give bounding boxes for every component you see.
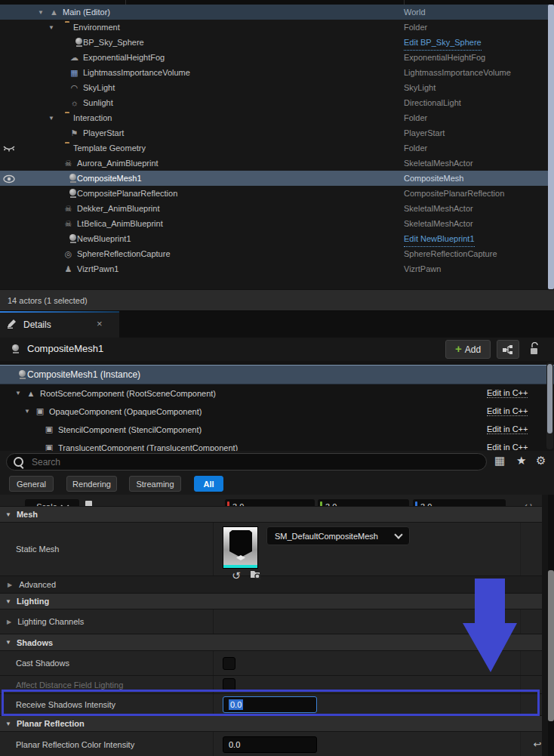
edit-in-cpp-link[interactable]: Edit in C++ [487, 406, 528, 416]
outliner-row-template-geometry[interactable]: Template Geometry Folder [0, 140, 554, 156]
search-input-container[interactable] [6, 453, 487, 471]
component-row-translucent[interactable]: ▣ TranslucentComponent (TranslucentCompo… [0, 439, 554, 451]
receive-shadows-intensity-row: Receive Shadows Intensity 0.0 [0, 694, 554, 716]
chip-label: Rendering [72, 480, 111, 489]
section-title: Lighting [17, 597, 49, 606]
scale-x-field[interactable]: 3.0 [225, 499, 315, 507]
outliner-row-heightfog[interactable]: ☁ ExponentialHeightFog ExponentialHeight… [0, 50, 554, 65]
lighting-channels-row[interactable]: ▶ Lighting Channels [0, 609, 554, 634]
scale-y-field[interactable]: 3.0 [318, 499, 409, 507]
revert-icon[interactable]: ↩ [525, 501, 532, 507]
actor-type: SphereReflectionCapture [404, 246, 497, 261]
settings-gear-icon[interactable]: ⚙ [536, 454, 546, 467]
outliner-row-main[interactable]: ▼ ▲ Main (Editor) World [0, 5, 554, 20]
outliner-row-compositemesh1-selected[interactable]: CompositeMesh1 CompositeMesh [0, 171, 554, 186]
unreal-editor-window: ▼ ▲ Main (Editor) World ▼ Environment Fo… [0, 0, 554, 756]
edit-in-cpp-link[interactable]: Edit in C++ [487, 424, 528, 434]
actor-sphere-icon [62, 189, 75, 198]
scene-component-icon: ▲ [25, 389, 37, 398]
tab-details[interactable]: Details × [0, 311, 119, 338]
chevron-down-icon[interactable]: ▼ [48, 24, 58, 31]
details-scrollbar-thumb[interactable] [548, 570, 554, 721]
filter-all-active[interactable]: All [194, 476, 223, 492]
favorites-star-icon[interactable]: ★ [516, 454, 526, 467]
component-row-stencil[interactable]: ▣ StencilComponent (StencilComponent) Ed… [0, 421, 554, 438]
browse-to-asset-icon[interactable] [250, 569, 261, 582]
outliner-row-sphere-reflection[interactable]: ◎ SphereReflectionCapture SphereReflecti… [0, 246, 554, 261]
category-advanced[interactable]: ▶ Advanced [0, 576, 554, 594]
revert-to-default-icon[interactable]: ↩ [534, 739, 542, 750]
search-input[interactable] [30, 456, 486, 468]
scale-z-field[interactable]: 3.0 [413, 499, 506, 507]
chevron-down-icon[interactable]: ▼ [38, 9, 48, 16]
cast-shadows-checkbox[interactable] [223, 657, 235, 670]
edit-blueprint-link[interactable]: Edit BP_Sky_Sphere [404, 35, 482, 51]
component-row-opaque[interactable]: ▼ ▣ OpaqueComponent (OpaqueComponent) Ed… [0, 403, 554, 420]
section-header-shadows[interactable]: ▼ Shadows [0, 634, 554, 651]
outliner-row-composite-planar[interactable]: CompositePlanarReflection CompositePlana… [0, 186, 554, 201]
actor-type: Folder [404, 20, 427, 35]
details-pencil-icon [7, 318, 17, 332]
outliner-row-sunlight[interactable]: ☼ Sunlight DirectionalLight [0, 95, 554, 110]
outliner-row-ltbelica[interactable]: ☠ LtBelica_AnimBlueprint SkeletalMeshAct… [0, 216, 554, 231]
skylight-icon: ◠ [68, 83, 81, 93]
component-tree: CompositeMesh1 (Instance) ▼ ▲ RootSceneC… [0, 361, 554, 451]
outliner-row-newblueprint1[interactable]: NewBlueprint1 Edit NewBlueprint1 [0, 231, 554, 246]
use-selected-asset-icon[interactable]: ↺ [232, 569, 241, 582]
outliner-row-vizrtpawn[interactable]: ♟ VizrtPawn1 VizrtPawn [0, 261, 554, 276]
receive-shadows-intensity-field[interactable]: 0.0 [223, 696, 317, 713]
component-row-rootscene[interactable]: ▼ ▲ RootSceneComponent (RootSceneCompone… [0, 384, 554, 402]
details-tab-strip: Details × [0, 311, 554, 338]
outliner-row-skylight[interactable]: ◠ SkyLight SkyLight [0, 80, 554, 95]
outliner-scrollbar[interactable] [548, 5, 554, 289]
edit-in-cpp-link[interactable]: Edit in C++ [487, 443, 528, 451]
outliner-row-environment[interactable]: ▼ Environment Folder [0, 20, 554, 35]
field-value-selected: 0.0 [229, 699, 243, 710]
filter-streaming[interactable]: Streaming [129, 476, 181, 492]
chevron-down-icon[interactable]: ▼ [48, 115, 58, 122]
chevron-down-icon[interactable]: ▼ [15, 390, 25, 397]
actor-label: PlayerStart [83, 128, 124, 137]
outliner-row-playerstart[interactable]: ⚑ PlayerStart PlayerStart [0, 125, 554, 140]
scale-z-value: 3.0 [420, 502, 432, 507]
add-component-button[interactable]: + Add [445, 340, 491, 359]
planar-color-intensity-field[interactable]: 0.0 [223, 736, 317, 753]
section-header-lighting[interactable]: ▼ Lighting [0, 594, 554, 609]
skeletal-mesh-icon: ☠ [62, 159, 75, 168]
component-row-instance-selected[interactable]: CompositeMesh1 (Instance) [0, 365, 554, 384]
chip-label: All [203, 480, 214, 489]
property-grid: Scale 3.0 3.0 3.0 ↩ ▼ Mesh St [0, 495, 554, 756]
grid-view-icon[interactable]: ▦ [494, 454, 505, 467]
section-header-planar-reflection[interactable]: ▼ Planar Reflection [0, 716, 554, 732]
section-title: Planar Reflection [17, 719, 85, 728]
outliner-row-aurora[interactable]: ☠ Aurora_AnimBlueprint SkeletalMeshActor [0, 156, 554, 171]
scale-dropdown-button[interactable]: Scale [25, 499, 79, 507]
eye-closed-icon[interactable] [2, 142, 17, 153]
close-icon[interactable]: × [97, 318, 103, 329]
filter-general[interactable]: General [9, 476, 54, 492]
components-scrollbar-thumb[interactable] [547, 364, 552, 434]
outliner-row-interaction[interactable]: ▼ Interaction Folder [0, 110, 554, 125]
edit-blueprint-link[interactable]: Edit NewBlueprint1 [404, 231, 475, 247]
outliner-row-lightmass-volume[interactable]: ▦ LightmassImportanceVolume LightmassImp… [0, 65, 554, 80]
lock-scale-icon[interactable] [85, 501, 92, 507]
static-mesh-thumbnail[interactable] [223, 526, 258, 569]
chevron-down-icon: ▼ [5, 639, 11, 646]
filter-rendering[interactable]: Rendering [66, 476, 117, 492]
pawn-icon: ♟ [62, 264, 75, 274]
blueprint-hierarchy-button[interactable] [497, 340, 519, 359]
edit-in-cpp-link[interactable]: Edit in C++ [487, 388, 528, 398]
selected-actor-title: CompositeMesh1 [27, 343, 103, 354]
chevron-down-icon[interactable]: ▼ [24, 408, 34, 415]
unlock-icon[interactable] [528, 342, 540, 359]
section-header-mesh[interactable]: ▼ Mesh [0, 507, 554, 523]
static-mesh-dropdown[interactable]: SM_DefaultCompositeMesh [266, 526, 410, 545]
transform-scale-row-clipped: Scale 3.0 3.0 3.0 ↩ [0, 495, 554, 507]
outliner-row-dekker[interactable]: ☠ Dekker_AnimBlueprint SkeletalMeshActor [0, 201, 554, 216]
chip-label: General [17, 480, 46, 489]
actor-type: ExponentialHeightFog [404, 50, 485, 65]
actor-label: NewBlueprint1 [77, 234, 131, 243]
outliner-row-bp-sky-sphere[interactable]: BP_Sky_Sphere Edit BP_Sky_Sphere [0, 35, 554, 50]
chevron-down-icon: ▼ [5, 721, 11, 727]
eye-open-icon[interactable] [2, 173, 17, 184]
